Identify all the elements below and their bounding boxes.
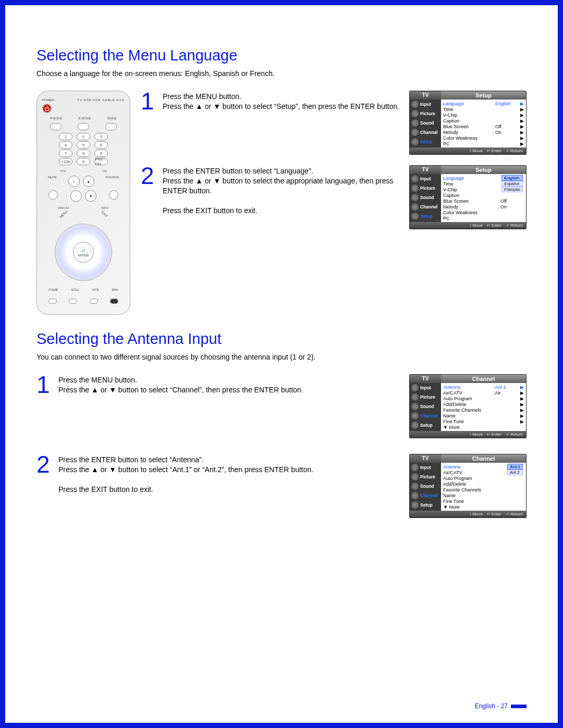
step2-number: 2 (141, 165, 156, 224)
osd-option: Ant.1 (507, 464, 523, 470)
osd-row-value: : Ant.1 (493, 385, 519, 390)
section2-row2: 2 Press the ENTER button to select “Ante… (36, 454, 527, 528)
osd-row-key: Name (443, 493, 524, 498)
remote-mute-label: MUTE (48, 176, 57, 187)
page-number-bar (511, 705, 527, 708)
return-label: Return (510, 432, 523, 437)
osd-row: Caption (441, 192, 526, 198)
osd-row: Color Weakness▶ (441, 135, 526, 141)
osd-row-key: Antenna (443, 385, 493, 390)
sound-icon (411, 403, 419, 410)
enter-icon: ↵ (487, 432, 491, 437)
osd-row-key: Favorite Channels (443, 408, 519, 413)
osd-side-channel: Channel (410, 128, 441, 137)
s2-step2-text: Press the ENTER button to select “Antenn… (58, 454, 394, 513)
osd-side-label: Sound (420, 404, 434, 409)
osd-side-setup: Setup (410, 212, 441, 221)
osd4-title: Channel (441, 454, 526, 463)
input-icon (411, 384, 419, 391)
osd-row-key: Caption (443, 118, 493, 124)
remote-key-6: 6 (94, 141, 108, 149)
enter-label: Enter (492, 512, 501, 516)
osd-option: Ant.2 (507, 470, 523, 475)
up-arrow-icon: ▲ (195, 102, 203, 112)
osd-row-key: Name (443, 413, 519, 418)
remote-enter-icon: ↵ (81, 248, 85, 254)
osd3-sidebar: InputPictureSoundChannelSetup (410, 383, 441, 431)
remote-key-5: 5 (77, 141, 90, 149)
sound-icon (411, 119, 419, 127)
remote-mode: MODE (107, 117, 116, 120)
s2-step2-line2c: button to select “Ant.1” or “Ant.2”, the… (116, 465, 313, 474)
osd-row-key: Color Weakness (443, 210, 524, 215)
channel-icon (411, 492, 419, 499)
section1-intro: Choose a language for the on-screen menu… (36, 69, 527, 78)
remote-vol-label: VOL (60, 169, 66, 172)
s2-step1-line1: Press the MENU button. (58, 376, 137, 384)
input-icon (411, 175, 419, 182)
caret-icon: ▶ (519, 101, 524, 106)
channel-icon (411, 129, 419, 136)
osd-side-picture: Picture (410, 472, 441, 482)
return-icon: ⤶ (506, 149, 509, 153)
osd1: TVSetup InputPictureSoundChannelSetup La… (409, 91, 527, 155)
osd-side-label: Channel (420, 413, 438, 418)
osd-tv-label: TV (410, 375, 441, 383)
enter-label: Enter (492, 149, 501, 153)
osd-row-key: ▼ More (443, 425, 524, 430)
picture-icon (411, 473, 419, 480)
osd3-title: Channel (441, 375, 526, 383)
step2-line2a: Press the (163, 177, 195, 185)
input-icon (411, 101, 419, 108)
remote-control-image: POWER TV STB VCR CABLE DVD ⏻ P.MODE S.MO… (36, 91, 130, 315)
osd-row-key: Fine Tune (443, 499, 524, 504)
osd-side-label: Input (420, 465, 431, 470)
caret-icon: ▶ (519, 413, 524, 418)
remote-key-9: 9 (94, 150, 108, 157)
osd-side-sound: Sound (410, 118, 441, 128)
down-arrow-icon: ▼ (213, 102, 221, 112)
osd-option: Español (501, 181, 523, 187)
osd-row-value: : Off (493, 124, 519, 129)
osd-row-key: PC (443, 141, 493, 146)
osd3-footer: ↕Move ↵Enter ⤶Return (410, 431, 526, 438)
osd3-main: Antenna: Ant.1▶Air/CATV: Air▶Auto Progra… (441, 383, 526, 431)
osd-side-input: Input (410, 463, 441, 472)
osd-side-sound: Sound (410, 482, 441, 491)
picture-icon (411, 393, 419, 401)
osd-side-sound: Sound (410, 402, 441, 411)
remote-srs: SRS (112, 288, 118, 291)
caret-icon: ▶ (519, 107, 524, 112)
osd-row-key: Language (443, 101, 493, 106)
osd-row: PC (441, 215, 526, 221)
osd-row: V-Chip▶ (441, 112, 526, 118)
osd-row: Color Weakness (441, 209, 526, 215)
step1-line2b: or (203, 102, 213, 110)
osd-side-label: Picture (420, 474, 435, 479)
section2-title: Selecting the Antenna Input (36, 330, 527, 348)
section1-title: Selecting the Menu Language (36, 47, 527, 64)
step1-text: Press the MENU button. Press the ▲ or ▼ … (163, 91, 404, 150)
osd1-sidebar: InputPictureSoundChannelSetup (410, 100, 441, 147)
osd1-main: Language: English▶Time▶V-Chip▶Caption▶Bl… (441, 100, 526, 147)
step1-number: 1 (141, 91, 156, 150)
osd-row: Add/Delete (441, 481, 526, 487)
osd-row-value: : Off (498, 199, 524, 204)
channel-icon (411, 412, 419, 419)
osd-row: Antenna: Ant.1▶ (441, 384, 526, 390)
osd-row-key: Color Weakness (443, 135, 493, 141)
caret-icon: ▶ (519, 113, 524, 118)
remote-key-PRE-CH: PRE-CH (94, 158, 108, 165)
osd2-container: TVSetup InputPictureSoundChannelSetup La… (409, 165, 527, 240)
remote-source-label: SOURCE (105, 176, 119, 187)
step2-line3: Press the EXIT button to exit. (163, 206, 258, 215)
remote-ch-label: CH (102, 169, 107, 172)
enter-icon: ↵ (487, 149, 491, 153)
s2-step1-line2c: button to select “Channel”, then press t… (116, 386, 303, 394)
channel-icon (411, 203, 419, 211)
osd-side-channel: Channel (410, 202, 441, 212)
osd2-main: LanguageTimeV-ChipCaptionBlue Screen: Of… (441, 174, 526, 222)
osd-side-input: Input (410, 174, 441, 183)
up-arrow-icon: ▲ (91, 465, 99, 475)
remote-exit: EXIT (101, 211, 108, 218)
